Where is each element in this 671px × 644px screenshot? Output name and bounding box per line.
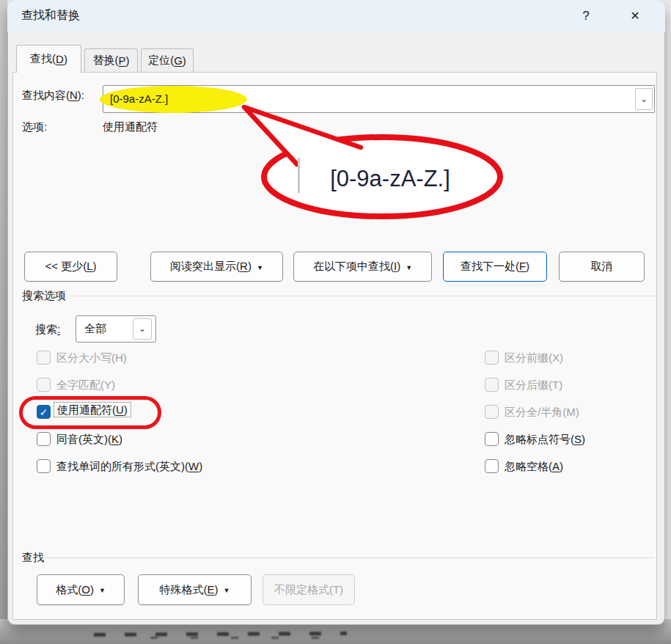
checkbox-match-suffix[interactable] (485, 378, 499, 392)
dialog-title: 查找和替换 (21, 8, 80, 23)
document-background-left (0, 0, 7, 644)
dropdown-arrow-icon: ▼ (406, 263, 412, 271)
checkbox-word-forms-label: 查找单词的所有形式(英文)(W) (56, 459, 202, 474)
chevron-down-icon[interactable]: ⌄ (133, 318, 152, 340)
options-label: 选项: (22, 120, 47, 134)
dropdown-arrow-icon: ▼ (257, 263, 263, 271)
close-icon[interactable]: ✕ (621, 4, 649, 28)
callout-text: [0-9a-zA-Z.] (330, 166, 450, 191)
format-button[interactable]: 格式(O) ▼ (37, 574, 125, 605)
checkbox-full-half-width-label: 区分全/半角(M) (505, 405, 579, 420)
checkbox-whole-word[interactable] (37, 378, 51, 392)
search-scope-label: 搜索: (35, 323, 60, 337)
find-group-label: 查找 (22, 551, 44, 565)
checkbox-match-case[interactable] (37, 351, 51, 365)
checkbox-ignore-punctuation[interactable] (485, 432, 499, 446)
special-format-button[interactable]: 特殊格式(E) ▼ (138, 574, 252, 605)
tab-goto-label: 定位( (148, 54, 174, 67)
checkbox-word-forms[interactable] (37, 459, 51, 473)
checkbox-ignore-whitespace[interactable] (485, 459, 499, 473)
tab-replace-label: 替换( (92, 54, 118, 67)
search-scope-value: 全部 (84, 322, 106, 336)
tab-find[interactable]: 查找(D) (16, 45, 81, 73)
tab-goto[interactable]: 定位(G) (141, 48, 194, 72)
magnified-cursor-bar (298, 158, 300, 193)
callout-balloon: [0-9a-zA-Z.] (191, 94, 535, 229)
document-text-fragment (150, 637, 326, 639)
dropdown-arrow-icon: ▼ (224, 585, 230, 594)
checkbox-match-case-label: 区分大小写(H) (56, 351, 127, 365)
find-in-button[interactable]: 在以下项中查找(I) ▼ (293, 252, 432, 282)
less-button[interactable]: << 更少(L) (24, 252, 117, 282)
dropdown-arrow-icon: ▼ (99, 585, 106, 594)
dialog-titlebar[interactable] (7, 0, 665, 32)
checkbox-sounds-like-label: 同音(英文)(K) (56, 432, 122, 447)
word-find-replace-screenshot: { "window": { "title": "查找和替换" }, "icons… (0, 0, 671, 644)
chevron-down-icon[interactable]: ⌄ (635, 88, 653, 110)
find-what-value: [0-9a-zA-Z.] (110, 92, 168, 105)
find-what-label: 查找内容(N): (22, 89, 84, 103)
checkbox-whole-word-label: 全字匹配(Y) (56, 378, 115, 392)
checkbox-full-half-width[interactable] (485, 405, 499, 419)
group-divider (71, 296, 655, 296)
reading-highlight-button[interactable]: 阅读突出显示(R) ▼ (150, 252, 283, 282)
tab-replace[interactable]: 替换(P) (84, 48, 138, 72)
checkbox-match-prefix-label: 区分前缀(X) (505, 351, 563, 365)
help-icon[interactable]: ? (572, 4, 600, 28)
search-options-group-label: 搜索选项 (22, 289, 66, 303)
options-value: 使用通配符 (103, 120, 158, 134)
group-divider (44, 557, 655, 558)
red-oval-annotation (19, 396, 161, 429)
checkbox-ignore-punctuation-label: 忽略标点符号(S) (505, 432, 585, 447)
find-next-button[interactable]: 查找下一处(F) (443, 252, 547, 282)
tab-find-label: 查找( (30, 52, 56, 66)
checkbox-sounds-like[interactable] (37, 432, 51, 446)
checkbox-ignore-whitespace-label: 忽略空格(A) (505, 459, 563, 474)
cancel-button[interactable]: 取消 (559, 252, 645, 282)
no-formatting-button: 不限定格式(T) (263, 574, 355, 605)
checkbox-match-suffix-label: 区分后缀(T) (505, 378, 562, 392)
checkbox-match-prefix[interactable] (485, 351, 499, 365)
